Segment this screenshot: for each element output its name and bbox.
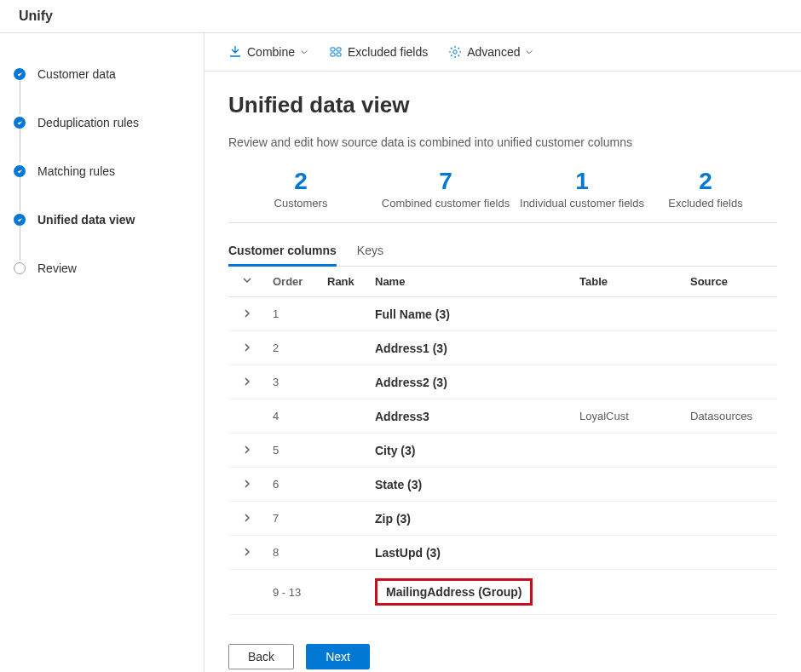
cell-source	[683, 434, 777, 468]
wizard-sidebar: Customer data Deduplication rules Matchi…	[0, 33, 205, 672]
cell-source	[683, 570, 777, 615]
svg-rect-3	[337, 53, 341, 56]
cell-name: LastUpd (3)	[368, 536, 573, 570]
stat-excluded-fields: 2 Excluded fields	[646, 168, 765, 210]
excluded-icon	[329, 45, 343, 59]
svg-rect-2	[331, 53, 335, 56]
step-label: Unified data view	[37, 213, 135, 227]
stat-individual-fields: 1 Individual customer fields	[518, 168, 646, 210]
cell-order: 1	[266, 297, 320, 331]
col-header-source[interactable]: Source	[683, 267, 777, 297]
cell-name: State (3)	[368, 468, 573, 502]
check-icon	[14, 165, 26, 177]
chevron-right-icon	[242, 376, 252, 387]
page-description: Review and edit how source data is combi…	[228, 135, 777, 149]
table-row[interactable]: 6State (3)	[228, 468, 777, 502]
cell-rank	[320, 331, 368, 365]
combine-label: Combine	[247, 45, 295, 59]
col-header-name[interactable]: Name	[368, 267, 573, 297]
chevron-right-icon	[242, 479, 252, 489]
chevron-down-icon	[242, 275, 252, 285]
advanced-menu[interactable]: Advanced	[448, 45, 533, 59]
step-deduplication-rules[interactable]: Deduplication rules	[14, 116, 190, 129]
combine-menu[interactable]: Combine	[228, 45, 308, 59]
cell-order: 7	[266, 502, 320, 536]
cell-order: 2	[266, 331, 320, 365]
table-row[interactable]: 3Address2 (3)	[228, 365, 777, 399]
cell-order: 6	[266, 468, 320, 502]
chevron-right-icon	[242, 342, 252, 353]
table-row[interactable]: 5City (3)	[228, 434, 777, 468]
chevron-down-icon	[300, 48, 308, 56]
cell-table	[573, 331, 683, 365]
expand-toggle[interactable]	[228, 297, 266, 331]
cell-source	[683, 536, 777, 570]
cell-order: 4	[266, 399, 320, 434]
combine-icon	[228, 45, 242, 59]
cell-rank	[320, 570, 368, 615]
table-row[interactable]: 1Full Name (3)	[228, 297, 777, 331]
excluded-fields-button[interactable]: Excluded fields	[329, 45, 428, 59]
page-title: Unified data view	[228, 92, 777, 118]
cell-table: LoyalCust	[573, 399, 683, 434]
svg-point-4	[453, 50, 457, 54]
wizard-steps: Customer data Deduplication rules Matchi…	[14, 67, 190, 275]
cell-name: Address3	[368, 399, 573, 434]
expand-toggle[interactable]	[228, 365, 266, 399]
tab-customer-columns[interactable]: Customer columns	[228, 237, 337, 267]
expand-toggle[interactable]	[228, 331, 266, 365]
footer: Back Next	[205, 635, 801, 672]
cell-table	[573, 434, 683, 468]
toolbar: Combine Excluded fields Advanced	[205, 33, 801, 72]
step-review[interactable]: Review	[14, 261, 190, 275]
tab-keys[interactable]: Keys	[357, 237, 383, 266]
expand-toggle[interactable]	[228, 536, 266, 570]
cell-source	[683, 502, 777, 536]
cell-name: Full Name (3)	[368, 297, 573, 331]
excluded-label: Excluded fields	[348, 45, 428, 59]
table-row[interactable]: 8LastUpd (3)	[228, 536, 777, 570]
check-icon	[14, 117, 26, 129]
table-row[interactable]: 4Address3LoyalCustDatasources	[228, 399, 777, 434]
cell-source	[683, 365, 777, 399]
cell-source: Datasources	[683, 399, 777, 434]
step-matching-rules[interactable]: Matching rules	[14, 164, 190, 178]
next-button[interactable]: Next	[306, 644, 370, 669]
cell-rank	[320, 468, 368, 502]
col-header-order[interactable]: Order	[266, 267, 320, 297]
cell-rank	[320, 399, 368, 434]
table-row[interactable]: 9 - 13MailingAddress (Group)	[228, 570, 777, 615]
expand-toggle[interactable]	[228, 468, 266, 502]
step-customer-data[interactable]: Customer data	[14, 67, 190, 81]
cell-rank	[320, 365, 368, 399]
step-label: Deduplication rules	[37, 116, 139, 129]
svg-rect-1	[337, 48, 341, 51]
col-header-sort[interactable]	[228, 267, 266, 297]
cell-name: Address1 (3)	[368, 331, 573, 365]
cell-name: City (3)	[368, 434, 573, 468]
gear-icon	[448, 45, 462, 59]
tabs: Customer columns Keys	[228, 237, 777, 267]
step-unified-data-view[interactable]: Unified data view	[14, 213, 190, 227]
col-header-table[interactable]: Table	[573, 267, 683, 297]
expand-toggle[interactable]	[228, 502, 266, 536]
chevron-right-icon	[242, 308, 252, 319]
cell-table	[573, 365, 683, 399]
cell-rank	[320, 502, 368, 536]
table-row[interactable]: 2Address1 (3)	[228, 331, 777, 365]
table-row[interactable]: 7Zip (3)	[228, 502, 777, 536]
cell-order: 8	[266, 536, 320, 570]
cell-source	[683, 331, 777, 365]
back-button[interactable]: Back	[228, 644, 294, 669]
cell-source	[683, 297, 777, 331]
cell-source	[683, 468, 777, 502]
cell-rank	[320, 434, 368, 468]
expand-toggle[interactable]	[228, 434, 266, 468]
chevron-right-icon	[242, 513, 252, 523]
stat-combined-fields: 7 Combined customer fields	[373, 168, 518, 210]
cell-order: 9 - 13	[266, 570, 320, 615]
cell-table	[573, 297, 683, 331]
stat-customers: 2 Customers	[228, 168, 373, 210]
col-header-rank[interactable]: Rank	[320, 267, 368, 297]
circle-icon	[14, 262, 26, 274]
